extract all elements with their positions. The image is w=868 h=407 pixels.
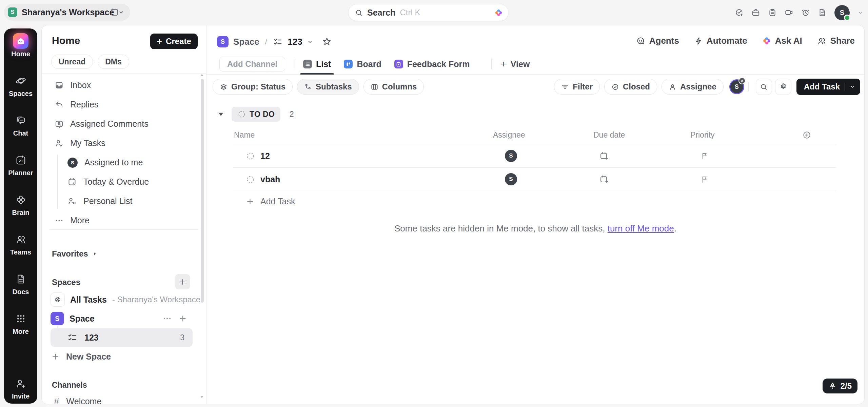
rail-item-docs[interactable]: Docs (4, 271, 37, 310)
space-options-icon[interactable] (162, 314, 172, 323)
rail-item-planner[interactable]: 21 Planner (4, 152, 37, 191)
sidebar-item-assigned-to-me[interactable]: S Assigned to me (42, 153, 206, 172)
sidebar-item-more[interactable]: More (42, 211, 206, 230)
add-task-button[interactable]: Add Task (796, 79, 860, 95)
rail-item-invite[interactable]: Invite (4, 375, 37, 400)
set-due-date-icon[interactable] (593, 151, 690, 161)
chevron-down-icon[interactable] (850, 84, 855, 89)
ask-ai-button[interactable]: Ask AI (762, 36, 802, 46)
add-channel-button[interactable]: Add Channel (219, 57, 285, 72)
table-row[interactable]: 12 S (233, 144, 836, 168)
rail-item-more[interactable]: More (4, 310, 37, 350)
set-due-date-icon[interactable] (593, 175, 690, 184)
sidebar-item-space[interactable]: S Space (42, 309, 206, 328)
agents-button[interactable]: Agents (636, 36, 679, 46)
search-input[interactable]: Search Ctrl K (348, 4, 509, 21)
sidebar-item-assigned-comments[interactable]: Assigned Comments (42, 114, 206, 134)
tab-board[interactable]: Board (344, 54, 381, 74)
reminder-clock-icon[interactable] (801, 8, 810, 17)
breadcrumb-space[interactable]: Space (233, 37, 259, 47)
new-task-icon[interactable] (735, 8, 744, 17)
notes-doc-icon[interactable] (818, 8, 827, 17)
me-mode-avatar[interactable]: S (729, 79, 744, 94)
rail-item-brain[interactable]: Brain (4, 191, 37, 231)
new-space-button[interactable]: New Space (42, 347, 206, 366)
assignee-avatar[interactable]: S (505, 150, 517, 162)
column-header-priority[interactable]: Priority (690, 130, 802, 140)
calendar-icon[interactable] (110, 7, 119, 17)
remove-filter-icon[interactable] (738, 77, 746, 84)
sidebar-item-all-tasks[interactable]: All Tasks - Sharanya's Workspace (42, 290, 206, 309)
subtask-icon (304, 83, 312, 91)
star-favorite-icon[interactable] (322, 37, 332, 47)
set-priority-flag-icon[interactable] (690, 152, 802, 160)
sidebar-item-channel-welcome[interactable]: # Welcome (42, 392, 206, 404)
share-button[interactable]: Share (817, 36, 855, 46)
status-pill-todo[interactable]: TO DO (232, 107, 280, 122)
sidebar-item-my-tasks[interactable]: My Tasks (42, 134, 206, 153)
add-view-button[interactable]: + View (500, 59, 530, 69)
view-settings-button[interactable] (775, 79, 791, 95)
search-tasks-button[interactable] (756, 79, 772, 95)
briefcase-icon[interactable] (751, 8, 760, 17)
sidebar-item-replies[interactable]: Replies (42, 95, 206, 114)
task-name[interactable]: 12 (260, 151, 270, 161)
automate-button[interactable]: Automate (694, 36, 747, 46)
form-view-icon (394, 60, 403, 68)
dms-pill[interactable]: DMs (98, 55, 129, 69)
group-by-button[interactable]: Group: Status (213, 79, 293, 95)
rail-item-home[interactable]: Home (4, 33, 37, 73)
tab-feedback-form[interactable]: Feedback Form (394, 54, 470, 74)
column-header-due-date[interactable]: Due date (593, 130, 690, 140)
rail-item-teams[interactable]: Teams (4, 231, 37, 271)
set-priority-flag-icon[interactable] (690, 175, 802, 184)
create-button[interactable]: + Create (150, 34, 198, 49)
status-dashed-circle-icon[interactable] (246, 175, 255, 184)
table-row[interactable]: vbah S (233, 168, 836, 191)
assignee-button[interactable]: Assignee (662, 79, 724, 95)
favorites-section-toggle[interactable]: Favorites (52, 249, 97, 259)
closed-button[interactable]: Closed (604, 79, 657, 95)
sidebar-item-list-123[interactable]: 123 3 (51, 328, 193, 347)
filter-button[interactable]: Filter (554, 79, 600, 95)
unread-pill[interactable]: Unread (51, 55, 93, 69)
subtasks-button[interactable]: Subtasks (297, 79, 359, 95)
column-header-name[interactable]: Name (233, 130, 493, 140)
channels-section-label[interactable]: Channels (52, 381, 87, 390)
column-header-assignee[interactable]: Assignee (493, 130, 593, 140)
rail-item-chat[interactable]: Chat (4, 112, 37, 152)
reply-icon (55, 100, 64, 109)
sidebar-item-today-overdue[interactable]: Today & Overdue (42, 172, 206, 191)
add-column-icon[interactable] (802, 130, 811, 140)
collapse-triangle-icon[interactable] (218, 112, 224, 117)
space-avatar[interactable]: S (217, 36, 229, 47)
assignee-avatar[interactable]: S (505, 173, 517, 185)
chevron-down-icon[interactable] (307, 39, 313, 45)
header-actions: Agents Automate Ask AI (636, 36, 855, 46)
chevron-down-icon[interactable] (857, 10, 863, 16)
usage-badge[interactable]: 2/5 (823, 379, 857, 393)
turn-off-me-mode-link[interactable]: turn off Me mode (608, 223, 674, 233)
hash-icon: # (54, 396, 59, 404)
ai-icon[interactable] (494, 8, 503, 17)
scroll-up-icon[interactable] (200, 74, 204, 77)
sidebar-scrollbar[interactable] (201, 79, 204, 303)
clip-video-icon[interactable] (785, 8, 793, 17)
user-avatar[interactable]: S (834, 5, 850, 20)
caret-right-icon (93, 251, 97, 256)
sidebar-item-inbox[interactable]: Inbox (42, 76, 206, 95)
divider (491, 59, 492, 69)
spaces-section-label[interactable]: Spaces (52, 278, 80, 287)
tab-list[interactable]: List (303, 54, 331, 74)
status-dashed-circle-icon[interactable] (246, 151, 255, 161)
rail-item-spaces[interactable]: Spaces (4, 73, 37, 112)
add-space-button[interactable] (175, 274, 190, 289)
sidebar-item-personal-list[interactable]: Personal List (42, 191, 206, 211)
space-add-icon[interactable] (178, 314, 187, 323)
scroll-down-icon[interactable] (200, 395, 204, 399)
task-name[interactable]: vbah (260, 175, 280, 184)
columns-button[interactable]: Columns (363, 79, 424, 95)
clipboard-icon[interactable] (768, 8, 777, 17)
breadcrumb-list[interactable]: 123 (288, 37, 302, 47)
add-task-row[interactable]: Add Task (233, 191, 836, 211)
